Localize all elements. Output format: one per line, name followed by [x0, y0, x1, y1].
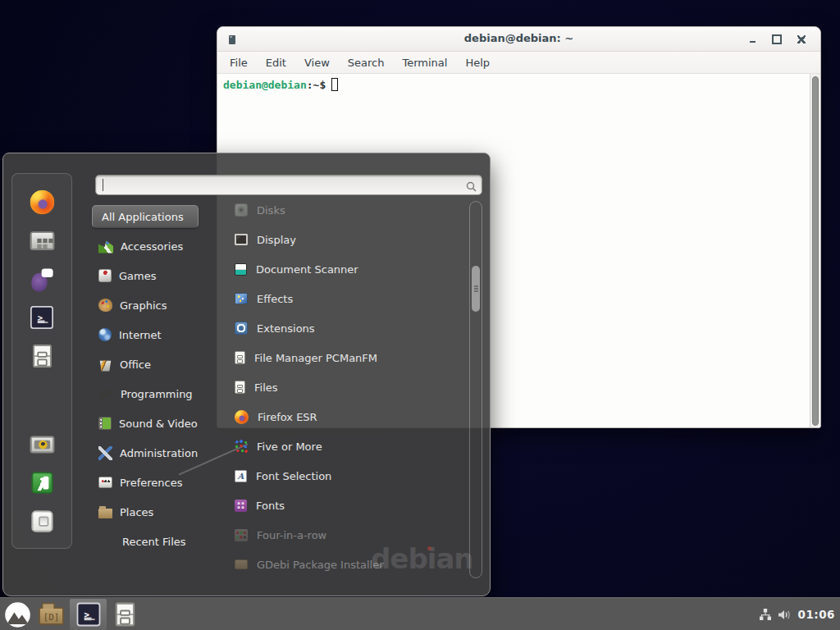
category-list: All ApplicationsAccessoriesGamesGraphics…	[92, 202, 221, 556]
favorite-file-manager[interactable]	[28, 345, 56, 368]
app-document-scanner[interactable]: Document Scanner	[235, 254, 468, 284]
app-label: Extensions	[257, 322, 315, 335]
text-caret	[103, 179, 103, 191]
minimize-button[interactable]	[740, 30, 765, 48]
app-label: Files	[254, 381, 278, 394]
favorite-pidgin[interactable]	[28, 268, 56, 291]
category-internet[interactable]: Internet	[92, 320, 221, 349]
category-label: Places	[120, 506, 153, 518]
app-list-scrollbar-thumb[interactable]	[472, 266, 480, 312]
font-selection-icon	[235, 470, 247, 482]
app-five-or-more[interactable]: Five or More	[235, 431, 468, 461]
app-label: Five or More	[257, 441, 322, 453]
category-places[interactable]: Places	[92, 497, 221, 527]
sound-video-icon	[98, 417, 112, 430]
category-label: Graphics	[120, 299, 167, 312]
system-tray: 01:06	[759, 598, 835, 630]
taskbar-file-manager[interactable]	[33, 599, 70, 630]
category-administration[interactable]: Administration	[92, 438, 221, 468]
terminal-menu-edit[interactable]: Edit	[257, 54, 295, 71]
terminal-icon	[30, 306, 53, 329]
network-icon[interactable]	[759, 609, 772, 621]
terminal-menu-view[interactable]: View	[295, 54, 339, 71]
favorites-panel	[11, 173, 72, 549]
category-label: Games	[119, 270, 156, 282]
favorite-software[interactable]	[28, 230, 56, 253]
favorite-terminal[interactable]	[28, 306, 56, 329]
search-input[interactable]	[95, 175, 482, 195]
search-box	[95, 175, 482, 195]
app-list-scrollbar[interactable]	[469, 201, 482, 578]
effects-icon	[235, 293, 248, 304]
category-office[interactable]: Office	[92, 349, 221, 379]
app-label: Four-in-a-row	[257, 529, 326, 541]
taskbar-launchers	[2, 598, 144, 630]
folder-icon	[39, 607, 64, 625]
app-fonts[interactable]: Fonts	[235, 491, 468, 520]
desktop: debian@debian: ~ FileEditViewSearchTermi…	[0, 0, 840, 630]
taskbar: 01:06	[0, 597, 840, 630]
favorite-lock-screen[interactable]	[28, 433, 56, 456]
category-sound-video[interactable]: Sound & Video	[92, 409, 221, 438]
disks-icon	[235, 203, 248, 217]
app-disks[interactable]: Disks	[235, 195, 468, 225]
app-gdebi-package-installer[interactable]: GDebi Package Installer	[235, 550, 468, 579]
terminal-titlebar[interactable]: debian@debian: ~	[217, 27, 820, 52]
category-recent-files[interactable]: Recent Files	[92, 527, 221, 556]
app-file-manager-pcmanfm[interactable]: File Manager PCManFM	[235, 343, 468, 372]
taskbar-files[interactable]	[107, 599, 144, 630]
app-effects[interactable]: Effects	[235, 284, 468, 313]
extensions-icon	[235, 322, 248, 335]
games-icon	[98, 269, 112, 282]
category-programming[interactable]: Programming	[92, 379, 221, 409]
window-title: debian@debian: ~	[217, 32, 820, 44]
app-files[interactable]: Files	[235, 372, 468, 402]
app-firefox-esr[interactable]: Firefox ESR	[235, 402, 468, 431]
file-cabinet-icon	[33, 345, 52, 368]
app-display[interactable]: Display	[235, 225, 468, 254]
terminal-scrollbar[interactable]	[810, 74, 820, 428]
terminal-menu-terminal[interactable]: Terminal	[393, 54, 456, 71]
clock[interactable]: 01:06	[798, 608, 835, 621]
terminal-menu-search[interactable]: Search	[339, 54, 394, 71]
app-extensions[interactable]: Extensions	[235, 313, 468, 343]
terminal-scrollbar-thumb[interactable]	[812, 76, 819, 426]
administration-icon	[98, 446, 112, 460]
fonts-icon	[235, 500, 247, 512]
terminal-icon	[76, 603, 100, 627]
app-label: GDebi Package Installer	[257, 559, 384, 571]
terminal-menu-help[interactable]: Help	[456, 54, 499, 71]
favorite-log-out[interactable]	[28, 472, 56, 495]
volume-icon[interactable]	[778, 609, 792, 621]
office-icon	[98, 358, 112, 372]
close-button[interactable]	[789, 30, 814, 48]
category-label: Preferences	[120, 477, 182, 489]
category-graphics[interactable]: Graphics	[92, 290, 221, 320]
log-out-icon	[31, 472, 52, 493]
display-icon	[235, 234, 248, 245]
category-games[interactable]: Games	[92, 261, 221, 290]
taskbar-terminal[interactable]	[70, 599, 107, 630]
category-label: Office	[120, 358, 151, 371]
favorite-firefox[interactable]	[28, 191, 56, 214]
category-all-applications[interactable]: All Applications	[92, 205, 199, 228]
app-font-selection[interactable]: Font Selection	[235, 461, 468, 491]
maximize-button[interactable]	[765, 30, 789, 48]
window-controls	[740, 30, 814, 48]
document-scanner-icon	[235, 263, 247, 276]
four-in-a-row-icon	[235, 529, 248, 541]
menu-button[interactable]	[2, 599, 33, 630]
category-label: Accessories	[121, 240, 183, 253]
favorite-shutdown[interactable]	[28, 509, 56, 532]
category-label: Programming	[121, 388, 193, 400]
app-label: Fonts	[256, 500, 285, 512]
app-label: Firefox ESR	[258, 411, 317, 423]
category-accessories[interactable]: Accessories	[92, 231, 221, 261]
category-label: Administration	[120, 447, 198, 459]
category-label: All Applications	[102, 211, 184, 223]
file-cabinet-icon	[116, 603, 135, 627]
app-label: File Manager PCManFM	[254, 352, 377, 364]
terminal-menu-file[interactable]: File	[221, 54, 257, 71]
category-preferences[interactable]: Preferences	[92, 468, 221, 497]
app-four-in-a-row[interactable]: Four-in-a-row	[235, 520, 468, 550]
